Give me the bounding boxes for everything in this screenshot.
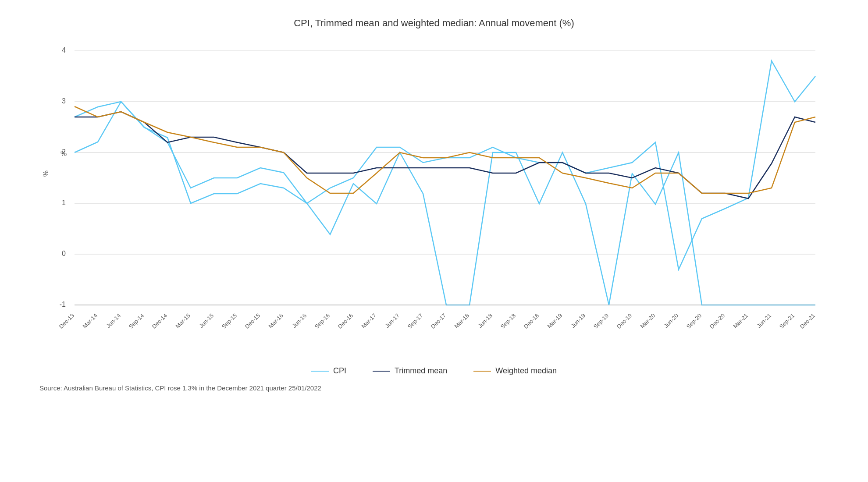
trimmed-legend-label: Trimmed mean bbox=[395, 366, 447, 376]
weighted-median-line bbox=[75, 106, 815, 193]
svg-text:Mar-16: Mar-16 bbox=[267, 312, 285, 330]
legend: CPI Trimmed mean Weighted median bbox=[39, 366, 829, 376]
svg-text:Dec-17: Dec-17 bbox=[430, 312, 447, 330]
trimmed-legend-line bbox=[373, 371, 390, 372]
svg-text:Sep-19: Sep-19 bbox=[592, 312, 610, 330]
svg-text:Dec-13: Dec-13 bbox=[58, 312, 75, 330]
svg-text:Jun-19: Jun-19 bbox=[569, 312, 587, 330]
svg-text:Jun-15: Jun-15 bbox=[198, 312, 215, 330]
svg-text:Dec-18: Dec-18 bbox=[523, 312, 540, 330]
chart-title: CPI, Trimmed mean and weighted median: A… bbox=[39, 18, 829, 29]
trimmed-mean-line bbox=[75, 112, 815, 198]
weighted-legend-line bbox=[473, 371, 491, 372]
svg-text:Dec-16: Dec-16 bbox=[337, 312, 354, 330]
svg-text:1: 1 bbox=[62, 199, 66, 206]
svg-text:Sep-17: Sep-17 bbox=[406, 312, 424, 330]
svg-text:Jun-20: Jun-20 bbox=[662, 312, 679, 330]
svg-text:Dec-21: Dec-21 bbox=[799, 312, 816, 330]
cpi-legend-line bbox=[311, 371, 329, 372]
chart-container: CPI, Trimmed mean and weighted median: A… bbox=[39, 18, 829, 392]
legend-trimmed: Trimmed mean bbox=[373, 366, 447, 376]
svg-text:Sep-21: Sep-21 bbox=[778, 312, 796, 330]
svg-text:Dec-19: Dec-19 bbox=[615, 312, 633, 330]
svg-text:Dec-14: Dec-14 bbox=[151, 312, 168, 330]
svg-text:Mar-20: Mar-20 bbox=[639, 312, 656, 330]
svg-text:Jun-14: Jun-14 bbox=[105, 312, 122, 330]
svg-text:Mar-14: Mar-14 bbox=[81, 312, 99, 330]
svg-text:4: 4 bbox=[62, 46, 66, 54]
svg-text:Sep-18: Sep-18 bbox=[499, 312, 517, 330]
svg-text:Dec-15: Dec-15 bbox=[244, 312, 261, 330]
svg-text:Mar-18: Mar-18 bbox=[453, 312, 470, 330]
svg-text:Sep-20: Sep-20 bbox=[685, 312, 703, 330]
cpi-line-accurate bbox=[75, 61, 815, 269]
svg-text:Mar-17: Mar-17 bbox=[360, 312, 377, 330]
svg-text:Mar-21: Mar-21 bbox=[732, 312, 749, 330]
svg-text:Mar-19: Mar-19 bbox=[546, 312, 563, 330]
svg-text:Jun-16: Jun-16 bbox=[291, 312, 308, 330]
svg-text:Jun-18: Jun-18 bbox=[477, 312, 494, 330]
svg-text:Jun-21: Jun-21 bbox=[755, 312, 772, 330]
svg-text:%: % bbox=[60, 150, 67, 157]
legend-weighted: Weighted median bbox=[473, 366, 557, 376]
svg-text:Sep-16: Sep-16 bbox=[313, 312, 331, 330]
weighted-legend-label: Weighted median bbox=[495, 366, 557, 376]
chart-area: -1 0 1 2 3 4 % % Dec-13 Mar-14 Jun-14 Se… bbox=[39, 42, 829, 358]
source-text: Source: Australian Bureau of Statistics,… bbox=[39, 384, 829, 392]
svg-text:%: % bbox=[42, 170, 50, 177]
svg-text:Sep-14: Sep-14 bbox=[128, 312, 145, 330]
legend-cpi: CPI bbox=[311, 366, 346, 376]
svg-text:3: 3 bbox=[62, 97, 66, 105]
svg-text:Sep-15: Sep-15 bbox=[221, 312, 238, 330]
svg-text:Mar-15: Mar-15 bbox=[174, 312, 192, 330]
cpi-legend-label: CPI bbox=[333, 366, 346, 376]
svg-text:Jun-17: Jun-17 bbox=[384, 312, 401, 330]
svg-text:Dec-20: Dec-20 bbox=[708, 312, 726, 330]
svg-text:-1: -1 bbox=[60, 301, 66, 308]
svg-text:0: 0 bbox=[62, 250, 66, 257]
